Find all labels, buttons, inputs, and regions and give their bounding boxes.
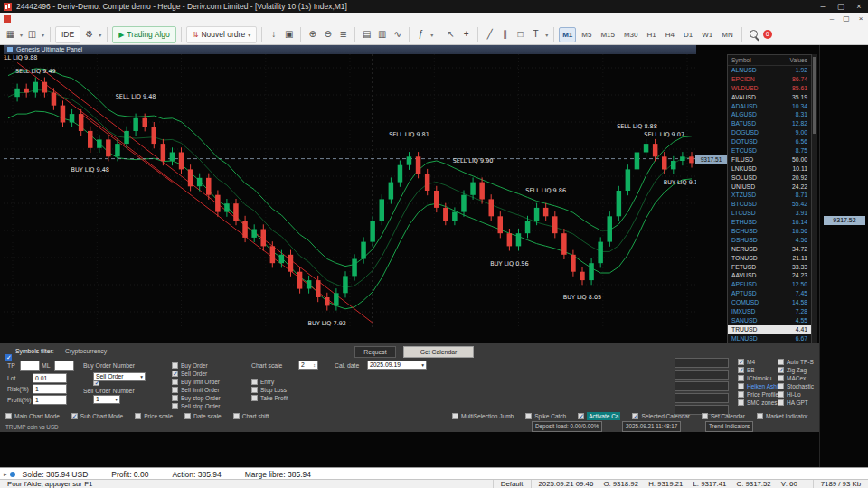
order-type-select[interactable]: Sell Order▾	[93, 372, 146, 381]
lot-input[interactable]: 0.01	[33, 373, 67, 383]
symbol-row[interactable]: FETUSD 33.33	[728, 263, 811, 272]
symbol-row[interactable]: XTZUSD 8.71	[728, 191, 811, 200]
indicator-toggle[interactable]: MACex	[778, 374, 817, 381]
symbol-row[interactable]: BATUSD 12.82	[728, 119, 811, 128]
timeframe-d1[interactable]: D1	[680, 27, 696, 42]
symbol-row[interactable]: IMXUSD 7.28	[728, 307, 811, 316]
indicator-checkbox[interactable]	[778, 399, 784, 406]
line-chart-icon[interactable]: ∿	[391, 27, 404, 42]
indicator-checkbox[interactable]	[778, 391, 784, 398]
depth-of-market-icon[interactable]: ↕	[267, 27, 280, 42]
indicator-checkbox[interactable]	[778, 359, 784, 365]
indicator-checkbox[interactable]	[778, 383, 784, 389]
entry-option[interactable]: Entry	[251, 378, 288, 385]
child-restore-button[interactable]: ▢	[839, 14, 854, 23]
indicator-checkbox[interactable]	[738, 399, 744, 406]
chart-scale-stepper[interactable]: 2↕	[298, 361, 318, 370]
market-watch-icon[interactable]: ▣	[282, 27, 296, 42]
symbol-row[interactable]: SANUSD 4.55	[728, 316, 811, 325]
symbol-row[interactable]: TRUUSD 4.41	[728, 325, 811, 334]
symbol-row[interactable]: APTUSD 7.45	[728, 289, 811, 298]
symbol-row[interactable]: ADAUSD 10.34	[728, 102, 811, 111]
symbol-row[interactable]: BCHUSD 16.56	[728, 227, 811, 236]
genesis-panel-header[interactable]: Genesis Ultimate Panel	[4, 45, 696, 54]
timeframe-h1[interactable]: H1	[644, 27, 660, 42]
calendar-toggle[interactable]: MultiSelection Jumb	[452, 412, 514, 419]
order-type-checkbox[interactable]	[172, 387, 178, 393]
risk-input[interactable]: 1	[33, 384, 67, 394]
symbol-row[interactable]: APEUSD 12.50	[728, 280, 811, 289]
indicators-menu-icon[interactable]: ▾	[429, 32, 435, 38]
timeframe-m5[interactable]: M5	[578, 27, 595, 42]
cursor-icon[interactable]: ↖	[444, 27, 458, 42]
tile-windows-icon[interactable]: ≣	[336, 27, 350, 42]
child-minimize-button[interactable]: –	[825, 14, 839, 23]
indicator-checkbox[interactable]	[738, 383, 744, 389]
order-type-option[interactable]: Sell stop Order	[172, 402, 221, 409]
indicator-toggle[interactable]: SMC zones	[738, 399, 778, 406]
order-type-option[interactable]: Buy stop Order	[172, 394, 221, 401]
timeframe-m30[interactable]: M30	[620, 27, 642, 42]
indicator-checkbox[interactable]	[738, 391, 744, 398]
minimize-button[interactable]: –	[814, 0, 832, 13]
search-icon[interactable]	[747, 27, 760, 42]
zoom-out-icon[interactable]: ⊖	[321, 27, 335, 42]
indicator-toggle[interactable]: Auto TP-S	[778, 358, 817, 365]
calendar-toggle[interactable]: Selected Calendar	[632, 412, 689, 419]
algo-trading-icon[interactable]: ⚙	[82, 27, 96, 42]
symbol-row[interactable]: SOLUSD 20.92	[728, 174, 811, 183]
symbol-row[interactable]: EPCIDN 86.74	[728, 75, 811, 84]
trading-algo-button[interactable]: ▶Trading Algo	[112, 26, 176, 43]
trendline-icon[interactable]: ╱	[483, 27, 496, 42]
action-button[interactable]	[675, 393, 729, 403]
symbols-filter-checkbox[interactable]	[5, 354, 12, 361]
indicator-checkbox[interactable]	[738, 375, 744, 381]
calendar-checkbox[interactable]	[578, 413, 584, 419]
mode-checkbox[interactable]	[233, 413, 240, 419]
cal-date-picker[interactable]: 2025.09.19▾	[367, 361, 427, 370]
order-type-option[interactable]: Buy limit Order	[172, 378, 221, 385]
bar-chart-icon[interactable]: ▤	[360, 27, 373, 42]
profiles-icon[interactable]: ◫	[25, 27, 39, 42]
zoom-in-icon[interactable]: ⊕	[306, 27, 319, 42]
profiles-menu-icon[interactable]: ▾	[40, 32, 46, 38]
symbol-row[interactable]: DOTUSD 6.56	[728, 137, 811, 146]
order-type-checkbox[interactable]	[172, 379, 178, 385]
new-chart-menu-icon[interactable]: ▾	[18, 32, 24, 38]
indicator-checkbox[interactable]	[778, 367, 784, 373]
chart-mode-toggle[interactable]: Main Chart Mode	[5, 412, 60, 419]
timeframe-m15[interactable]: M15	[597, 27, 618, 42]
profit-input[interactable]: 1	[33, 395, 67, 405]
symbol-row[interactable]: AAVUSD 24.23	[728, 271, 811, 280]
symbol-row[interactable]: BTCUSD 55.42	[728, 200, 811, 209]
channel-icon[interactable]: ∥	[498, 27, 512, 42]
timeframe-m1[interactable]: M1	[559, 27, 576, 42]
symbol-row[interactable]: LNKUSD 10.11	[728, 164, 811, 174]
price-chart[interactable]: SELL LIQ 9.88SELL LIQ 9.49BUY LIQ 9.48SE…	[4, 54, 696, 327]
ide-button[interactable]: IDE	[55, 26, 80, 43]
timeframe-h4[interactable]: H4	[662, 27, 678, 42]
symbol-row[interactable]: DOGUSD 9.00	[728, 128, 811, 137]
indicators-icon[interactable]: ƒ	[414, 27, 428, 42]
entry-checkbox[interactable]	[251, 395, 258, 401]
text-tool-icon[interactable]: T	[529, 27, 542, 42]
action-button[interactable]	[675, 358, 729, 368]
calendar-checkbox[interactable]	[632, 413, 638, 419]
close-button[interactable]: ×	[850, 0, 868, 13]
calendar-checkbox[interactable]	[702, 413, 708, 419]
calendar-toggle[interactable]: Spike Catch	[525, 412, 566, 419]
indicator-toggle[interactable]: Heiken Ashi	[738, 382, 778, 389]
timeframe-mn[interactable]: MN	[718, 27, 736, 42]
calendar-toggle[interactable]: Activate Ca	[578, 412, 620, 419]
indicator-toggle[interactable]: Price Profile	[738, 390, 778, 398]
symbol-row[interactable]: ETHUSD 16.14	[728, 218, 811, 227]
chart-mode-toggle[interactable]: Sub Chart Mode	[71, 412, 123, 419]
symbol-row[interactable]: COMUSD 14.58	[728, 298, 811, 307]
entry-option[interactable]: Stop Loss	[251, 386, 288, 393]
indicator-toggle[interactable]: Hi-Lo	[778, 390, 817, 398]
indicator-checkbox[interactable]	[738, 359, 744, 365]
indicator-toggle[interactable]: IChimoku	[738, 374, 778, 381]
symbols-filter-value[interactable]: Cryptocurrency	[65, 347, 107, 355]
entry-option[interactable]: Take Profit	[251, 394, 288, 401]
action-button[interactable]	[675, 381, 729, 391]
